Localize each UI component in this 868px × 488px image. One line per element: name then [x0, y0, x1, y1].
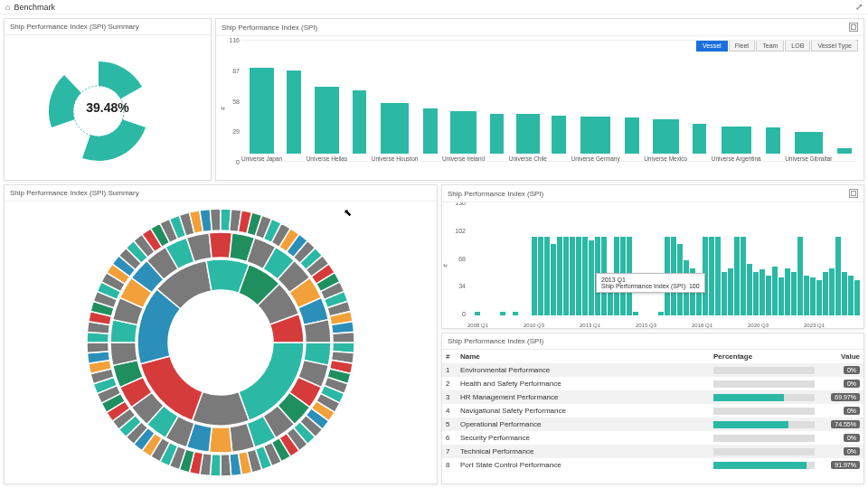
bar[interactable] [552, 116, 566, 154]
bar[interactable] [823, 272, 828, 315]
vessel-bar-chart: # 0 29 58 87 116 Universe JapanUniverse … [220, 40, 860, 176]
bar[interactable] [532, 237, 537, 316]
bar[interactable] [693, 124, 707, 154]
bar[interactable] [766, 276, 771, 315]
bar[interactable] [589, 240, 594, 315]
bar[interactable] [741, 237, 746, 316]
bar[interactable] [608, 292, 613, 315]
gear-icon[interactable] [849, 23, 858, 32]
bar[interactable] [353, 90, 367, 154]
bar[interactable] [785, 268, 790, 316]
table-row[interactable]: 5Operational Performance74.55% [442, 418, 863, 431]
bar[interactable] [835, 237, 841, 316]
bar[interactable] [842, 272, 847, 315]
bar[interactable] [658, 312, 664, 315]
table-row[interactable]: 8Port State Control Performance91.97% [442, 458, 863, 472]
bar[interactable] [848, 276, 854, 315]
progress-bar [713, 380, 815, 388]
bar[interactable] [450, 111, 476, 154]
col-name: Name [457, 350, 710, 363]
bar[interactable] [250, 68, 274, 154]
bar[interactable] [625, 117, 639, 154]
table-row[interactable]: 6Security Performance0% [442, 431, 863, 445]
app-title: Benchmark [14, 3, 55, 12]
col-percentage: Percentage [710, 350, 818, 363]
value-badge: 0% [844, 407, 860, 415]
progress-bar [713, 448, 815, 455]
sunburst-segment[interactable] [209, 232, 232, 258]
bar[interactable] [513, 312, 518, 315]
progress-bar [713, 408, 815, 415]
progress-bar [713, 435, 815, 442]
bar[interactable] [804, 276, 809, 315]
bar[interactable] [797, 237, 803, 316]
bar[interactable] [580, 117, 610, 154]
table-row[interactable]: 2Health and Safety Performance0% [442, 377, 863, 390]
bar[interactable] [722, 272, 727, 315]
bar[interactable] [772, 267, 778, 315]
progress-bar [713, 462, 815, 469]
panel-title: Ship Performance Index (SPI) Summary [10, 189, 139, 197]
col-value: Value [818, 350, 863, 363]
table-row[interactable]: 4Navigational Safety Performance0% [442, 404, 863, 418]
value-badge: 91.97% [831, 461, 860, 469]
value-badge: 0% [844, 447, 860, 455]
expand-icon[interactable]: ⤢ [855, 2, 863, 12]
sunburst-segment[interactable] [333, 332, 354, 343]
bar[interactable] [791, 272, 797, 315]
gear-icon[interactable] [849, 189, 858, 198]
bar[interactable] [633, 312, 638, 315]
table-row[interactable]: 3HR Management Performance69.97% [442, 390, 863, 404]
progress-bar [713, 421, 815, 428]
table-row[interactable]: 1Environmental Performance0% [442, 363, 863, 377]
bar[interactable] [544, 237, 550, 316]
bar[interactable] [576, 237, 581, 316]
bar[interactable] [557, 237, 562, 316]
value-badge: 0% [844, 434, 860, 442]
bar[interactable] [709, 237, 714, 316]
chart-tooltip: 2013 Q1 Ship Performance Index (SPI): 10… [596, 273, 705, 293]
panel-title: Ship Performance Index (SPI) [448, 337, 543, 345]
bar[interactable] [570, 237, 575, 316]
bar[interactable] [810, 277, 816, 315]
panel-title: Ship Performance Index (SPI) [448, 190, 543, 198]
bar[interactable] [490, 114, 505, 154]
bar[interactable] [381, 103, 409, 154]
bar[interactable] [795, 132, 823, 154]
sunburst-segment[interactable] [210, 209, 221, 230]
bar[interactable] [423, 108, 438, 154]
bar[interactable] [475, 312, 480, 315]
sunburst-segment[interactable] [87, 343, 108, 353]
bar[interactable] [582, 237, 588, 316]
progress-bar [713, 394, 815, 401]
bar[interactable] [653, 119, 679, 154]
sunburst-segment[interactable] [209, 427, 232, 453]
bar[interactable] [287, 70, 301, 154]
bar[interactable] [766, 127, 780, 154]
bar[interactable] [722, 127, 751, 154]
bar[interactable] [837, 148, 852, 154]
bar[interactable] [563, 237, 569, 316]
table-row[interactable]: 7Technical Performance0% [442, 445, 863, 458]
bar[interactable] [734, 237, 740, 316]
bar[interactable] [728, 268, 733, 316]
svg-point-1 [168, 290, 273, 395]
bar[interactable] [816, 280, 822, 315]
bar[interactable] [747, 264, 752, 315]
bar[interactable] [854, 280, 860, 315]
bar[interactable] [538, 237, 543, 316]
bar[interactable] [715, 237, 721, 316]
bar[interactable] [778, 277, 784, 315]
bar[interactable] [315, 87, 339, 155]
bar[interactable] [753, 272, 759, 315]
bar[interactable] [829, 268, 835, 316]
bar[interactable] [760, 269, 765, 315]
sunburst-segment[interactable] [221, 455, 231, 476]
value-badge: 74.55% [831, 420, 860, 428]
bar[interactable] [500, 312, 505, 315]
home-icon: ⌂ [5, 3, 10, 12]
panel-title: Ship Performance Index (SPI) Summary [10, 23, 139, 31]
app-titlebar: ⌂ Benchmark ⤢ [0, 0, 868, 14]
bar[interactable] [516, 114, 539, 154]
bar[interactable] [551, 244, 556, 315]
